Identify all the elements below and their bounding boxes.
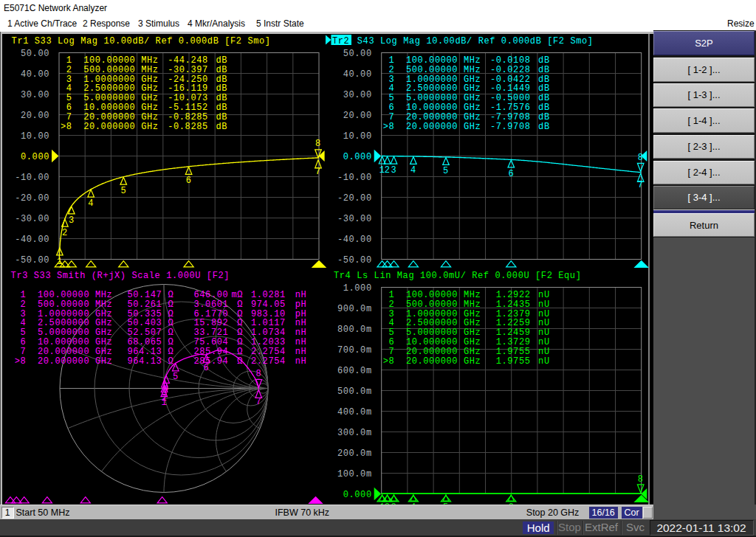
svg-text:>8 20.000000 GHz: >8 20.000000 GHz (9, 356, 112, 367)
svg-text:2: 2 (62, 228, 68, 238)
svg-text:-7.9708: -7.9708 (490, 122, 531, 132)
svg-text:5: 5 (443, 166, 449, 176)
svg-text:-20.00: -20.00 (15, 193, 49, 204)
svg-text:>8 20.000000 GHz: >8 20.000000 GHz (61, 122, 159, 132)
svg-text:8: 8 (638, 153, 644, 163)
svg-text:40.00: 40.00 (21, 69, 49, 80)
svg-text:1.000: 1.000 (343, 283, 372, 294)
svg-text:40.00: 40.00 (343, 69, 372, 80)
svg-text:-50.00: -50.00 (337, 255, 372, 266)
svg-text:-0.8285: -0.8285 (168, 122, 208, 132)
svg-text:30.00: 30.00 (343, 90, 372, 100)
svg-text:4: 4 (163, 384, 169, 394)
svg-text:4: 4 (410, 165, 416, 176)
svg-text:500.0m: 500.0m (337, 387, 372, 397)
svg-text:0.000: 0.000 (343, 490, 372, 500)
svg-text:Tr4 Ls Lin Mag 100.0mU/ Ref 0.: Tr4 Ls Lin Mag 100.0mU/ Ref 0.000U [F2 E… (334, 271, 581, 281)
svg-text:7: 7 (255, 397, 261, 407)
svg-text:964.13: 964.13 (127, 356, 162, 367)
svg-text:5: 5 (173, 372, 179, 382)
svg-text:-40.00: -40.00 (337, 235, 372, 245)
svg-text:300.0m: 300.0m (337, 428, 372, 438)
svg-text:>8 20.000000 GHz: >8 20.000000 GHz (383, 356, 481, 367)
svg-text:-40.00: -40.00 (15, 235, 49, 245)
svg-text:3: 3 (69, 215, 75, 226)
svg-text:30.00: 30.00 (21, 90, 49, 100)
svg-text:100.0m: 100.0m (337, 469, 372, 479)
svg-text:0.000: 0.000 (343, 152, 372, 162)
svg-text:2: 2 (385, 165, 391, 176)
svg-text:50.00: 50.00 (21, 49, 49, 59)
svg-text:10.00: 10.00 (21, 131, 49, 142)
svg-text:8: 8 (255, 369, 261, 379)
svg-text:20.00: 20.00 (21, 111, 49, 121)
svg-text:7: 7 (638, 180, 644, 190)
svg-text:-30.00: -30.00 (15, 214, 49, 224)
svg-text:dB: dB (216, 122, 227, 132)
svg-text:Tr2: Tr2 (332, 36, 349, 46)
svg-text:-20.00: -20.00 (337, 193, 372, 204)
svg-text:6: 6 (508, 169, 514, 179)
svg-text:50.00: 50.00 (343, 49, 372, 59)
svg-text:Tr3 S33 Smith (R+jX) Scale 1.0: Tr3 S33 Smith (R+jX) Scale 1.000U [F2] (11, 271, 230, 281)
svg-text:0.000: 0.000 (21, 152, 49, 162)
svg-text:20.00: 20.00 (343, 111, 372, 121)
svg-text:5: 5 (120, 186, 126, 196)
svg-text:200.0m: 200.0m (337, 448, 372, 459)
svg-text:8: 8 (638, 474, 644, 485)
svg-text:1.9755: 1.9755 (496, 356, 531, 367)
svg-text:7: 7 (315, 167, 321, 177)
svg-text:900.0m: 900.0m (337, 304, 372, 314)
svg-text:400.0m: 400.0m (337, 407, 372, 418)
svg-text:10.00: 10.00 (343, 131, 372, 142)
svg-text:-10.00: -10.00 (15, 173, 49, 183)
svg-text:-50.00: -50.00 (15, 255, 49, 266)
svg-text:dB: dB (538, 122, 550, 132)
svg-text:-10.00: -10.00 (337, 173, 372, 183)
svg-text:6: 6 (204, 363, 210, 373)
svg-text:700.0m: 700.0m (337, 345, 372, 356)
svg-text:>8 20.000000 GHz: >8 20.000000 GHz (383, 122, 481, 132)
svg-text:4: 4 (88, 198, 94, 209)
svg-text:6: 6 (186, 176, 192, 186)
svg-text:Tr1 S33 Log Mag 10.00dB/ Ref 0: Tr1 S33 Log Mag 10.00dB/ Ref 0.000dB [F2… (12, 36, 271, 46)
svg-text:2.2754: 2.2754 (251, 356, 286, 367)
svg-text:S43 Log Mag 10.00dB/ Ref 0.000: S43 Log Mag 10.00dB/ Ref 0.000dB [F2 Smo… (351, 36, 594, 46)
svg-text:nU: nU (538, 356, 550, 367)
svg-text:285.94: 285.94 (193, 356, 228, 367)
svg-text:nH: nH (295, 356, 307, 367)
svg-text:-30.00: -30.00 (337, 214, 372, 224)
svg-text:600.0m: 600.0m (337, 366, 372, 376)
svg-text:800.0m: 800.0m (337, 325, 372, 335)
svg-text:8: 8 (315, 139, 321, 149)
svg-text:3: 3 (391, 165, 397, 176)
